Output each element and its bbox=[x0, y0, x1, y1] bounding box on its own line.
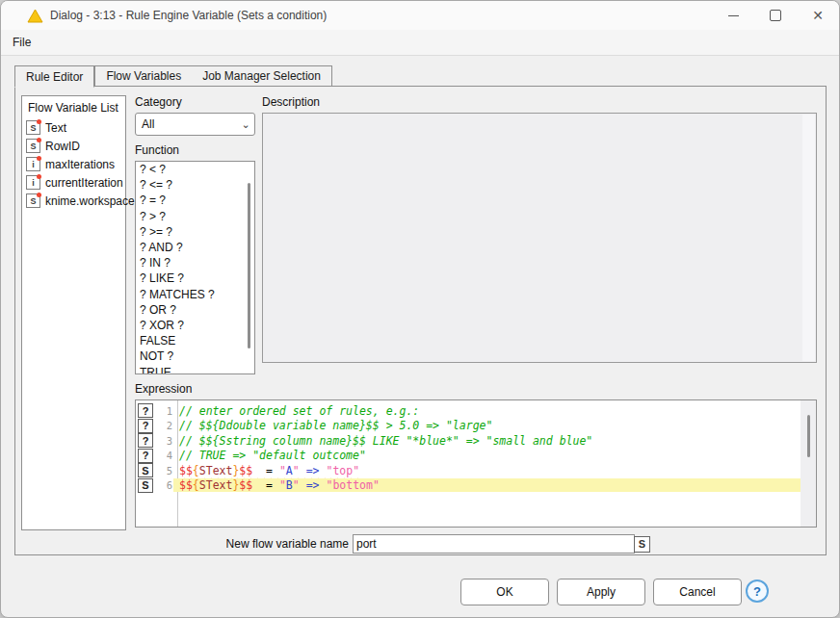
function-list-item[interactable]: ? > ? bbox=[136, 209, 254, 224]
expression-line[interactable]: ?2// $${Ddouble variable name}$$ > 5.0 =… bbox=[136, 419, 816, 434]
flow-variable-name: currentIteration bbox=[45, 176, 123, 190]
window-title: Dialog - 3:13 - Rule Engine Variable (Se… bbox=[50, 9, 327, 22]
rule-comment-gutter-icon: ? bbox=[138, 419, 153, 433]
function-list-item[interactable]: ? >= ? bbox=[136, 224, 254, 240]
ok-button[interactable]: OK bbox=[460, 579, 549, 605]
code-segment-plain bbox=[300, 478, 306, 492]
function-items: ? < ?? <= ?? = ?? > ?? >= ?? AND ?? IN ?… bbox=[136, 162, 254, 374]
new-flow-variable-input[interactable] bbox=[353, 534, 635, 554]
flow-variable-item[interactable]: icurrentIteration bbox=[22, 173, 125, 192]
string-type-icon: S bbox=[26, 139, 40, 153]
code-segment-blue: B bbox=[286, 478, 293, 492]
code-text: // enter ordered set of rules, e.g.: bbox=[173, 404, 801, 418]
expression-line[interactable]: ?4// TRUE => "default outcome" bbox=[136, 449, 816, 464]
code-segment-varname: SText bbox=[199, 464, 233, 477]
function-list-item[interactable]: ? AND ? bbox=[136, 240, 254, 255]
code-segment-comment: // enter ordered set of rules, e.g.: bbox=[179, 404, 419, 418]
new-flow-variable-label: New flow variable name bbox=[226, 537, 349, 551]
code-text: // $${Ddouble variable name}$$ > 5.0 => … bbox=[173, 419, 801, 432]
function-list-item[interactable]: ? <= ? bbox=[136, 177, 254, 193]
description-scrollbar-track[interactable] bbox=[802, 115, 815, 361]
flow-variable-name: knime.workspace bbox=[45, 194, 135, 208]
function-list-item[interactable]: ? LIKE ? bbox=[136, 270, 254, 286]
tab-rule-editor[interactable]: Rule Editor bbox=[14, 65, 94, 88]
window-controls: ✕ bbox=[712, 1, 839, 30]
rule-comment-gutter-icon: ? bbox=[138, 433, 153, 448]
expression-editor[interactable]: ?1// enter ordered set of rules, e.g.:?2… bbox=[135, 399, 817, 528]
rule-comment-gutter-icon: ? bbox=[138, 403, 153, 418]
flow-variable-item[interactable]: Sknime.workspace bbox=[22, 192, 125, 210]
code-segment-comment: // $${Ddouble variable name}$$ > 5.0 => … bbox=[179, 419, 492, 432]
code-segment-pink: " bbox=[293, 478, 300, 492]
function-list-item[interactable]: ? XOR ? bbox=[136, 318, 254, 333]
code-segment-comment: // TRUE => "default outcome" bbox=[179, 449, 366, 462]
code-segment-brace: { bbox=[193, 478, 199, 492]
string-type-icon: S bbox=[634, 536, 650, 553]
variable-red-dot bbox=[37, 138, 41, 142]
flow-variable-item[interactable]: SText bbox=[22, 118, 125, 137]
close-icon: ✕ bbox=[812, 9, 824, 22]
function-list-item[interactable]: ? OR ? bbox=[136, 302, 254, 318]
code-segment-blue: => bbox=[306, 464, 320, 477]
function-list-item[interactable]: NOT ? bbox=[136, 348, 254, 364]
code-segment-pink: " bbox=[293, 464, 300, 477]
code-segment-comment: // $${Sstring column name}$$ LIKE "*blue… bbox=[179, 434, 592, 448]
menu-bar: File bbox=[1, 30, 839, 56]
code-segment-plain: = bbox=[252, 464, 279, 477]
gutter-cell: ? bbox=[136, 403, 159, 418]
expression-lines: ?1// enter ordered set of rules, e.g.:?2… bbox=[136, 400, 816, 493]
footer-button-bar: OK Apply Cancel ? bbox=[1, 579, 839, 609]
code-segment-dollar: $$ bbox=[179, 464, 193, 477]
inactive-tab-group: Flow VariablesJob Manager Selection bbox=[94, 65, 332, 87]
expression-line[interactable]: ?3// $${Sstring column name}$$ LIKE "*bl… bbox=[136, 433, 816, 449]
rule-editor-panel: Flow Variable List STextSRowIDimaxIterat… bbox=[14, 86, 827, 555]
tab-flow-variables[interactable]: Flow Variables bbox=[95, 66, 192, 86]
category-select[interactable]: All ⌄ bbox=[135, 113, 255, 136]
title-bar[interactable]: Dialog - 3:13 - Rule Engine Variable (Se… bbox=[1, 1, 839, 30]
expression-line[interactable]: S5$${SText}$$ = "A" => "top" bbox=[136, 463, 816, 478]
function-list-item[interactable]: ? MATCHES ? bbox=[136, 287, 254, 302]
variable-red-dot bbox=[37, 174, 41, 179]
variable-red-dot bbox=[37, 156, 41, 161]
function-label: Function bbox=[135, 143, 179, 157]
flow-variable-item[interactable]: SRowID bbox=[22, 137, 125, 155]
apply-button[interactable]: Apply bbox=[557, 579, 645, 605]
function-list-item[interactable]: TRUE bbox=[136, 365, 254, 374]
gutter-cell: S bbox=[136, 463, 159, 477]
function-list-item[interactable]: ? < ? bbox=[136, 162, 254, 177]
flow-variable-name: Text bbox=[45, 121, 66, 135]
close-button[interactable]: ✕ bbox=[797, 1, 839, 30]
expression-line[interactable]: S6$${SText}$$ = "B" => "bottom" bbox=[136, 478, 816, 494]
code-segment-pink: "bottom" bbox=[326, 478, 379, 492]
function-list[interactable]: ? < ?? <= ?? = ?? > ?? >= ?? AND ?? IN ?… bbox=[135, 161, 255, 374]
line-number: 4 bbox=[159, 450, 172, 461]
code-segment-plain bbox=[300, 464, 306, 477]
minimize-button[interactable] bbox=[712, 1, 754, 30]
tab-job-manager-selection[interactable]: Job Manager Selection bbox=[192, 66, 331, 86]
tab-strip: Rule EditorFlow VariablesJob Manager Sel… bbox=[14, 63, 332, 87]
function-list-item[interactable]: ? = ? bbox=[136, 193, 254, 208]
function-scrollbar-thumb[interactable] bbox=[248, 183, 250, 348]
expression-line[interactable]: ?1// enter ordered set of rules, e.g.: bbox=[136, 403, 816, 419]
gutter-cell: ? bbox=[136, 449, 159, 463]
description-box bbox=[262, 113, 817, 363]
integer-type-icon: i bbox=[26, 175, 40, 190]
code-segment-dollar: $$ bbox=[179, 478, 193, 492]
flow-variable-list[interactable]: Flow Variable List STextSRowIDimaxIterat… bbox=[21, 95, 126, 530]
string-type-icon: S bbox=[26, 193, 40, 208]
code-segment-blue: => bbox=[306, 478, 320, 492]
help-button[interactable]: ? bbox=[746, 579, 769, 603]
variable-red-dot bbox=[37, 119, 41, 124]
maximize-icon bbox=[770, 10, 781, 21]
code-segment-brace: { bbox=[193, 464, 199, 477]
string-type-icon: S bbox=[26, 120, 40, 135]
cancel-button[interactable]: Cancel bbox=[653, 579, 742, 605]
maximize-button[interactable] bbox=[754, 1, 797, 30]
code-text: // $${Sstring column name}$$ LIKE "*blue… bbox=[173, 434, 801, 448]
line-number: 3 bbox=[159, 435, 172, 447]
code-text: $${SText}$$ = "B" => "bottom" bbox=[173, 478, 801, 492]
flow-variable-item[interactable]: imaxIterations bbox=[22, 155, 125, 173]
function-list-item[interactable]: ? IN ? bbox=[136, 255, 254, 270]
menu-file[interactable]: File bbox=[4, 36, 39, 49]
function-list-item[interactable]: FALSE bbox=[136, 333, 254, 348]
